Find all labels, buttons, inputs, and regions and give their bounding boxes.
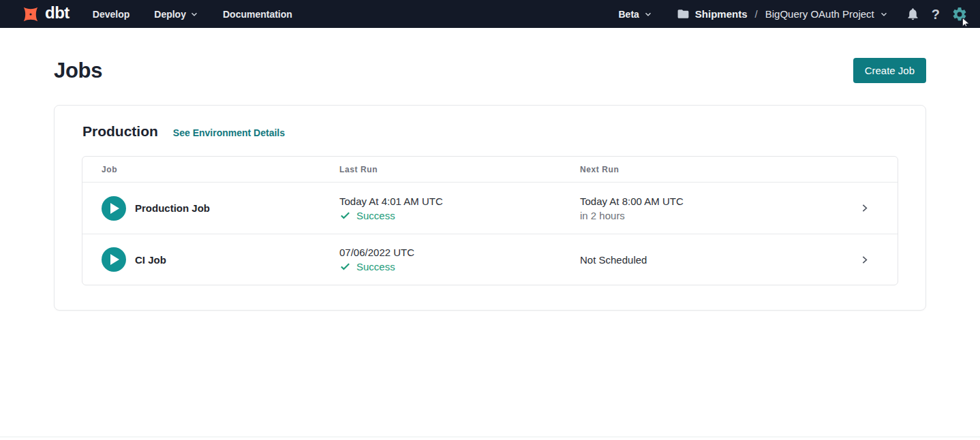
nav-documentation-label: Documentation — [223, 9, 292, 20]
column-header-job: Job — [102, 165, 339, 174]
nav-documentation[interactable]: Documentation — [223, 9, 292, 20]
folder-icon — [677, 7, 690, 20]
job-name[interactable]: Production Job — [135, 202, 210, 214]
create-job-button[interactable]: Create Job — [853, 58, 926, 83]
dbt-logo-text: dbt — [45, 5, 70, 23]
chevron-down-icon[interactable] — [880, 10, 888, 18]
jobs-table-header: Job Last Run Next Run — [82, 157, 898, 183]
dbt-logo-icon — [20, 4, 41, 25]
next-run-time: Today At 8:00 AM UTC — [580, 195, 843, 207]
next-run-cell: Not Scheduled — [580, 254, 843, 266]
job-cell: Production Job — [102, 196, 339, 221]
page-header: Jobs Create Job — [54, 58, 926, 83]
next-run-cell: Today At 8:00 AM UTC in 2 hours — [580, 195, 843, 221]
environment-card: Production See Environment Details Job L… — [54, 105, 926, 311]
job-cell: CI Job — [102, 247, 339, 272]
run-job-button[interactable] — [102, 247, 126, 272]
table-row-ci-job[interactable]: CI Job 07/06/2022 UTC Success Not Schedu… — [82, 234, 898, 285]
see-environment-details-link[interactable]: See Environment Details — [173, 127, 285, 138]
mouse-cursor-icon — [960, 17, 970, 27]
last-run-time: 07/06/2022 UTC — [339, 247, 580, 258]
last-run-status: Success — [339, 210, 580, 221]
next-run-relative: in 2 hours — [580, 210, 843, 221]
job-name[interactable]: CI Job — [135, 254, 166, 266]
settings-gear-button[interactable] — [951, 6, 968, 22]
column-header-last-run: Last Run — [339, 165, 580, 174]
next-run-time: Not Scheduled — [580, 254, 843, 266]
environment-title: Production — [82, 123, 158, 140]
nav-develop-label: Develop — [93, 9, 129, 20]
main-content: Jobs Create Job Production See Environme… — [0, 58, 980, 311]
last-run-time: Today At 4:01 AM UTC — [339, 195, 580, 207]
column-header-next-run: Next Run — [580, 165, 843, 174]
help-icon[interactable]: ? — [932, 7, 940, 21]
row-actions — [843, 202, 885, 214]
last-run-status: Success — [339, 261, 580, 272]
status-badge: Success — [356, 261, 395, 272]
check-icon — [339, 210, 351, 221]
chevron-right-icon[interactable] — [859, 254, 870, 266]
top-navbar: dbt Develop Deploy Documentation Beta Sh… — [0, 0, 980, 28]
play-icon — [110, 203, 119, 214]
table-row-production-job[interactable]: Production Job Today At 4:01 AM UTC Succ… — [82, 183, 898, 234]
nav-deploy-label: Deploy — [154, 9, 186, 20]
navbar-icons: ? — [906, 6, 968, 22]
chevron-down-icon — [190, 10, 198, 18]
dbt-logo[interactable]: dbt — [20, 4, 70, 25]
nav-develop[interactable]: Develop — [93, 9, 129, 20]
breadcrumb-separator: / — [755, 8, 758, 20]
primary-nav: Develop Deploy Documentation — [93, 9, 292, 20]
page-bottom-divider — [0, 437, 980, 437]
status-badge: Success — [356, 210, 395, 221]
jobs-table: Job Last Run Next Run Production Job Tod… — [82, 156, 898, 285]
run-job-button[interactable] — [102, 196, 126, 221]
last-run-cell: Today At 4:01 AM UTC Success — [339, 195, 580, 221]
last-run-cell: 07/06/2022 UTC Success — [339, 247, 580, 272]
chevron-down-icon — [644, 10, 652, 18]
beta-dropdown[interactable]: Beta — [618, 9, 652, 20]
row-actions — [843, 254, 885, 266]
nav-deploy[interactable]: Deploy — [154, 9, 198, 20]
breadcrumb-project[interactable]: Shipments — [695, 8, 748, 20]
check-icon — [339, 261, 351, 272]
notifications-bell-icon[interactable] — [906, 7, 920, 21]
environment-card-header: Production See Environment Details — [82, 123, 898, 140]
chevron-right-icon[interactable] — [859, 202, 870, 214]
beta-label: Beta — [618, 9, 639, 20]
navbar-right: Beta Shipments / BigQuery OAuth Project … — [618, 6, 968, 22]
breadcrumb: Shipments / BigQuery OAuth Project — [677, 7, 888, 20]
breadcrumb-environment[interactable]: BigQuery OAuth Project — [765, 8, 874, 20]
play-icon — [110, 254, 119, 265]
page-title: Jobs — [54, 59, 102, 83]
